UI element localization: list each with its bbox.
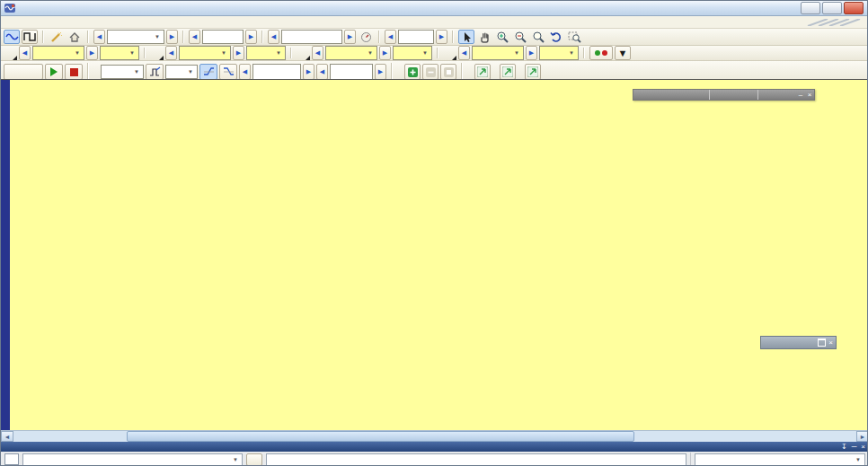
minimize-button[interactable] [801, 2, 820, 14]
table-minimize-button[interactable]: – [796, 90, 805, 100]
channel-note-input[interactable] [266, 453, 686, 466]
chevron-down-icon: ▼ [233, 457, 238, 462]
timebase-select[interactable]: ▼ [107, 30, 164, 44]
trigger-level-field[interactable] [252, 64, 301, 80]
trigger-mode-select[interactable]: ▼ [101, 65, 144, 79]
delete-measurement-button[interactable] [440, 64, 456, 80]
signal-quality-select[interactable]: ▼ [695, 453, 865, 466]
advanced-trigger-button[interactable] [146, 64, 164, 80]
marquee-zoom-button[interactable] [566, 30, 582, 44]
zoom-full-tool-button[interactable] [530, 30, 546, 44]
channel-b-range-prev[interactable]: ◀ [165, 46, 177, 60]
trigger-source-select[interactable]: ▼ [165, 65, 198, 79]
pin-icon[interactable]: ↧ [841, 442, 847, 452]
channel-labels-panel-button[interactable] [525, 64, 541, 80]
zoom-in-tool-button[interactable] [494, 30, 510, 44]
reference-panel-button[interactable] [500, 64, 516, 80]
falling-edge-button[interactable] [219, 64, 237, 80]
channel-d-button[interactable] [443, 47, 456, 60]
rulers-panel-button[interactable] [474, 64, 491, 80]
capture-status-button[interactable] [4, 64, 43, 80]
run-button[interactable] [45, 64, 63, 80]
spectrum-view-button[interactable] [22, 30, 38, 44]
toolbar-separator [437, 48, 438, 59]
zoom-overview-close-button[interactable]: × [828, 339, 833, 347]
marquee-zoom-icon [568, 31, 581, 43]
menu-bar [1, 16, 867, 29]
panel-close-button[interactable]: × [861, 442, 865, 452]
channel-b-coupling-select[interactable]: ▼ [246, 46, 286, 60]
timebase-prev-button[interactable]: ◀ [93, 30, 105, 44]
probe-status-dropdown[interactable]: ▼ [615, 46, 631, 60]
channel-b-range-next[interactable]: ▶ [233, 46, 244, 60]
chevron-down-icon: ▼ [152, 34, 160, 40]
picoscope-window: ◀ ▼ ▶ ◀ ▶ ◀ ▶ ◀ ▶ ◀ ▼ ▶ ▼ ◀ ▼ ▶ ▼ [0, 0, 868, 466]
channel-d-range-prev[interactable]: ◀ [458, 46, 470, 60]
scope-display[interactable]: – × × [1, 79, 868, 430]
table-close-button[interactable]: × [805, 90, 814, 100]
samples-prev-button[interactable]: ◀ [189, 30, 200, 44]
sample-count-field[interactable] [202, 30, 244, 44]
buffer-next-button[interactable]: ▶ [344, 30, 356, 44]
browse-labels-button[interactable] [246, 453, 262, 466]
trigger-level-down[interactable]: ◀ [239, 64, 251, 80]
scroll-left-button[interactable]: ◄ [1, 431, 13, 442]
channel-c-range-next[interactable]: ▶ [379, 46, 391, 60]
pretrigger-field[interactable] [330, 64, 373, 80]
channel-c-coupling-select[interactable]: ▼ [393, 46, 432, 60]
panel-minimize-button[interactable]: ─ [852, 442, 857, 452]
samples-next-button[interactable]: ▶ [245, 30, 257, 44]
trigger-level-up[interactable]: ▶ [303, 64, 314, 80]
measurement-table[interactable]: – × [633, 89, 815, 101]
toolbar-separator [378, 31, 380, 43]
undo-zoom-button[interactable] [548, 30, 564, 44]
popout-icon[interactable] [818, 339, 826, 347]
measurement-column-header [709, 90, 757, 100]
stop-button[interactable] [65, 64, 83, 80]
zoom-overview-window[interactable]: × [760, 336, 837, 349]
pan-tool-button[interactable] [476, 30, 492, 44]
channel-d-coupling-select[interactable]: ▼ [539, 46, 579, 60]
zoom-next-button[interactable]: ▶ [436, 30, 447, 44]
channel-c-button[interactable] [297, 47, 310, 60]
undo-arrow-icon [550, 31, 562, 43]
horizontal-scrollbar[interactable]: ◄ ► [1, 430, 868, 442]
channel-a-button[interactable] [4, 47, 17, 60]
pointer-tool-button[interactable] [458, 30, 474, 44]
buffer-field[interactable] [281, 30, 342, 44]
channel-c-range-prev[interactable]: ◀ [312, 46, 323, 60]
channel-d-range-select[interactable]: ▼ [472, 46, 524, 60]
channel-d-range-next[interactable]: ▶ [526, 46, 537, 60]
timebase-next-button[interactable]: ▶ [166, 30, 178, 44]
scope-view-button[interactable] [4, 30, 20, 44]
close-button[interactable] [844, 2, 864, 14]
maximize-button[interactable] [822, 2, 842, 14]
pretrigger-down[interactable]: ◀ [316, 64, 328, 80]
channel-a-range-prev[interactable]: ◀ [19, 46, 31, 60]
add-measurement-button[interactable] [404, 64, 421, 80]
corner-flyout-icon [13, 56, 17, 60]
channel-a-coupling-select[interactable]: ▼ [100, 46, 139, 60]
scrollbar-thumb[interactable] [127, 431, 634, 442]
minus-icon [426, 67, 436, 77]
scroll-right-button[interactable]: ► [856, 431, 868, 442]
rising-edge-button[interactable] [199, 64, 217, 80]
probe-status-button[interactable] [589, 46, 613, 60]
channel-a-range-next[interactable]: ▶ [86, 46, 98, 60]
buffer-overview-button[interactable] [358, 30, 374, 44]
channel-b-range-select[interactable]: ▼ [179, 46, 231, 60]
channel-a-range-select[interactable]: ▼ [32, 46, 84, 60]
zoom-factor-field[interactable] [398, 30, 434, 44]
channel-b-button[interactable] [150, 47, 164, 60]
toolbar-separator [87, 31, 89, 43]
zoom-out-tool-button[interactable] [512, 30, 528, 44]
channel-c-range-select[interactable]: ▼ [325, 46, 377, 60]
channel-label-select[interactable]: ▼ [22, 453, 243, 466]
pretrigger-up[interactable]: ▶ [375, 64, 386, 80]
edit-measurement-button[interactable] [422, 64, 438, 80]
home-button[interactable] [66, 30, 83, 44]
connect-wizard-button[interactable] [49, 30, 65, 44]
plus-icon [408, 67, 418, 77]
buffer-prev-button[interactable]: ◀ [268, 30, 279, 44]
zoom-prev-button[interactable]: ◀ [385, 30, 396, 44]
